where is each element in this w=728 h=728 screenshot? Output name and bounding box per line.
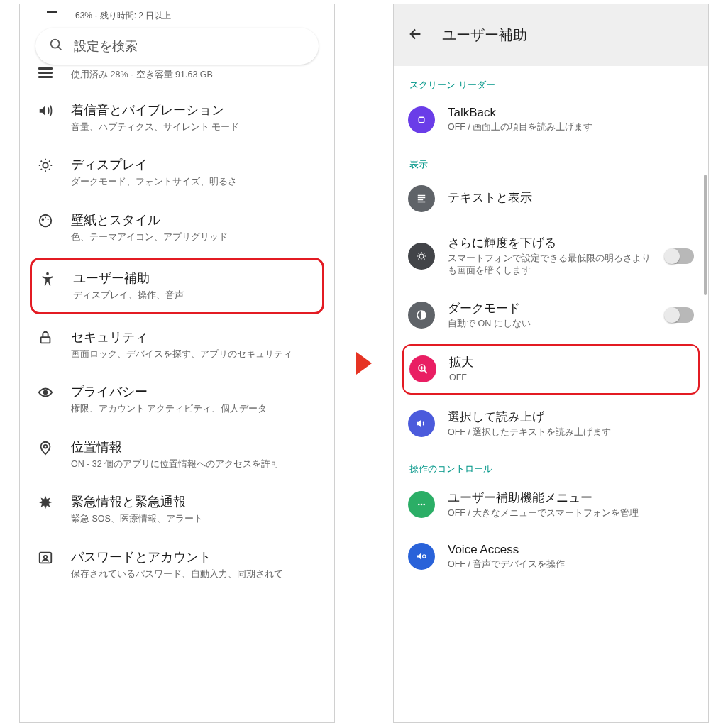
search-input[interactable]: 設定を検索 [35,28,319,65]
sound-row[interactable]: 着信音とバイブレーション 音量、ハプティクス、サイレント モード [20,90,334,145]
scrollbar[interactable] [704,175,707,295]
section-display: 表示 [394,145,708,174]
select-speak-title: 選択して読み上げ [448,409,694,425]
accessibility-title: ユーザー補助 [73,270,316,287]
header-bar: ユーザー補助 [394,4,708,66]
darkmode-icon [408,302,435,329]
storage-row-partial[interactable]: 使用済み 28% - 空き容量 91.63 GB [20,69,334,90]
svg-point-18 [421,504,423,506]
passwords-row[interactable]: パスワードとアカウント 保存されているパスワード、自動入力、同期されて [20,537,334,592]
transition-arrow [356,4,372,723]
magnify-icon [409,355,436,382]
talkback-title: TalkBack [448,106,694,120]
svg-point-7 [46,272,49,275]
location-title: 位置情報 [71,439,319,456]
a11y-menu-sub: OFF / 大きなメニューでスマートフォンを管理 [448,507,694,520]
select-speak-row[interactable]: 選択して読み上げ OFF / 選択したテキストを読み上げます [394,397,708,451]
darkmode-title: ダークモード [448,300,653,316]
talkback-sub: OFF / 画面上の項目を読み上げます [448,121,694,134]
a11y-menu-row[interactable]: ユーザー補助機能メニュー OFF / 大きなメニューでスマートフォンを管理 [394,478,708,531]
voice-sub: OFF / 音声でデバイスを操作 [448,558,694,571]
display-sub: ダークモード、フォントサイズ、明るさ [71,176,319,189]
text-display-icon [408,185,435,212]
search-placeholder: 設定を検索 [74,38,138,55]
location-row[interactable]: 位置情報 ON - 32 個のアプリに位置情報へのアクセスを許可 [20,427,334,482]
voice-access-row[interactable]: Voice Access OFF / 音声でデバイスを操作 [394,531,708,583]
settings-screen-left: 63% - 残り時間: 2 日以上 設定を検索 使用済み 28% - 空き容量 … [19,4,335,723]
darkmode-toggle[interactable] [666,307,694,323]
passwords-sub: 保存されているパスワード、自動入力、同期されて [71,568,319,581]
emergency-sub: 緊急 SOS、医療情報、アラート [71,513,319,526]
magnify-sub: OFF [449,372,693,385]
section-screen-reader: スクリーン リーダー [394,66,708,94]
back-button[interactable] [408,26,424,45]
a11y-menu-icon [408,491,435,518]
accessibility-highlight: ユーザー補助 ディスプレイ、操作、音声 [30,258,324,314]
svg-point-5 [45,216,46,218]
account-icon [35,548,55,566]
display-row[interactable]: ディスプレイ ダークモード、フォントサイズ、明るさ [20,145,334,200]
sound-sub: 音量、ハプティクス、サイレント モード [71,121,319,134]
wallpaper-sub: 色、テーマアイコン、アプリグリッド [71,231,319,244]
sound-title: 着信音とバイブレーション [71,101,319,118]
svg-point-12 [44,555,48,558]
lock-icon [35,329,55,346]
darkmode-row[interactable]: ダークモード 自動で ON にしない [394,289,708,342]
privacy-icon [35,383,55,400]
svg-point-0 [51,40,60,48]
svg-line-1 [58,47,61,50]
accessibility-sub: ディスプレイ、操作、音声 [73,289,316,302]
svg-rect-11 [40,552,52,563]
status-minimize-icon [47,11,57,13]
wallpaper-row[interactable]: 壁紙とスタイル 色、テーマアイコン、アプリグリッド [20,200,334,255]
darkmode-sub: 自動で ON にしない [448,318,653,331]
security-title: セキュリティ [71,329,319,346]
accessibility-icon [38,270,57,287]
section-control: 操作のコントロール [394,450,708,478]
battery-status-text: 63% - 残り時間: 2 日以上 [20,4,334,28]
security-row[interactable]: セキュリティ 画面ロック、デバイスを探す、アプリのセキュリティ [20,317,334,373]
location-icon [35,439,55,456]
magnify-title: 拡大 [449,354,693,370]
privacy-title: プライバシー [71,383,319,400]
svg-point-20 [423,555,426,558]
storage-subtext: 使用済み 28% - 空き容量 91.63 GB [71,69,319,82]
arrow-right-icon [356,352,372,375]
svg-point-4 [42,219,43,220]
svg-point-14 [419,254,424,258]
emergency-row[interactable]: 緊急情報と緊急通報 緊急 SOS、医療情報、アラート [20,482,334,537]
select-speak-icon [408,410,435,437]
privacy-sub: 権限、アカウント アクティビティ、個人データ [71,403,319,416]
page-title: ユーザー補助 [442,26,527,45]
text-display-row[interactable]: テキストと表示 [394,174,708,224]
talkback-icon [408,106,435,133]
storage-icon [35,69,55,82]
display-title: ディスプレイ [71,156,319,173]
privacy-row[interactable]: プライバシー 権限、アカウント アクティビティ、個人データ [20,372,334,427]
accessibility-row[interactable]: ユーザー補助 ディスプレイ、操作、音声 [32,260,322,312]
dimmer-icon [408,243,435,270]
talkback-row[interactable]: TalkBack OFF / 画面上の項目を読み上げます [394,94,708,145]
accessibility-screen-right: ユーザー補助 スクリーン リーダー TalkBack OFF / 画面上の項目を… [393,4,709,723]
wallpaper-title: 壁紙とスタイル [71,211,319,228]
svg-point-3 [40,214,52,226]
dimmer-row[interactable]: さらに輝度を下げる スマートフォンで設定できる最低限の明るさよりも画面を暗くしま… [394,224,708,289]
dimmer-toggle[interactable] [666,248,694,264]
voice-access-icon [408,543,435,570]
dimmer-sub: スマートフォンで設定できる最低限の明るさよりも画面を暗くします [448,253,653,277]
svg-point-9 [44,391,48,395]
svg-point-2 [43,162,48,167]
security-sub: 画面ロック、デバイスを探す、アプリのセキュリティ [71,348,319,361]
svg-point-17 [418,504,420,506]
dimmer-title: さらに輝度を下げる [448,235,653,251]
magnify-highlight: 拡大 OFF [402,344,700,395]
palette-icon [35,211,55,228]
a11y-menu-title: ユーザー補助機能メニュー [448,490,694,506]
emergency-title: 緊急情報と緊急通報 [71,493,319,510]
svg-point-6 [48,219,49,220]
volume-icon [35,101,55,118]
select-speak-sub: OFF / 選択したテキストを読み上げます [448,426,694,439]
magnify-row[interactable]: 拡大 OFF [404,346,698,393]
text-display-title: テキストと表示 [448,189,694,206]
svg-point-19 [423,504,425,506]
